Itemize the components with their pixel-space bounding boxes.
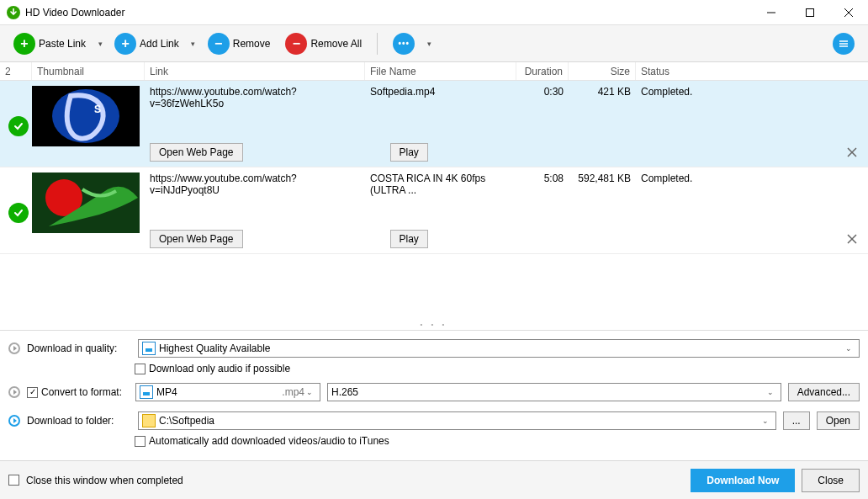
row-size: 421 KB bbox=[569, 86, 636, 109]
open-folder-button[interactable]: Open bbox=[817, 411, 860, 430]
browse-button[interactable]: ... bbox=[783, 411, 810, 430]
thumbnail bbox=[32, 173, 140, 233]
close-when-done-checkbox[interactable] bbox=[8, 475, 19, 486]
chevron-down-icon: ⌄ bbox=[759, 417, 772, 425]
menu-button[interactable] bbox=[828, 30, 860, 57]
audio-only-label: Download only audio if possible bbox=[149, 363, 290, 374]
status-complete-icon bbox=[8, 203, 29, 223]
maximize-button[interactable] bbox=[791, 0, 829, 25]
folder-icon bbox=[142, 414, 156, 427]
format-select[interactable]: MP4 .mp4 ⌄ bbox=[135, 383, 320, 401]
folder-label: Download to folder: bbox=[27, 415, 131, 427]
chevron-down-icon: ⌄ bbox=[303, 388, 316, 396]
convert-label: Convert to format: bbox=[41, 386, 129, 398]
hamburger-icon bbox=[833, 33, 855, 55]
titlebar: HD Video Downloader bbox=[0, 0, 868, 25]
chevron-icon bbox=[8, 386, 20, 398]
app-icon bbox=[7, 6, 20, 19]
audio-only-checkbox[interactable] bbox=[135, 364, 146, 374]
minus-icon: − bbox=[208, 33, 230, 55]
quality-select[interactable]: Highest Quality Available ⌄ bbox=[138, 339, 860, 358]
settings-panel: Download in quality: Highest Quality Ava… bbox=[0, 330, 868, 460]
format-icon bbox=[140, 385, 153, 399]
quality-icon bbox=[142, 342, 156, 355]
auto-itunes-label: Automatically add downloaded videos/audi… bbox=[149, 435, 389, 447]
close-window-button[interactable] bbox=[829, 0, 868, 25]
column-size[interactable]: Size bbox=[569, 62, 636, 80]
codec-value: H.265 bbox=[331, 386, 358, 398]
format-value: MP4 bbox=[156, 386, 177, 398]
close-when-done-label: Close this window when completed bbox=[26, 475, 183, 486]
download-now-button[interactable]: Download Now bbox=[691, 469, 795, 492]
row-link: https://www.youtube.com/watch?v=36fzWehL… bbox=[145, 86, 365, 109]
minus-icon: − bbox=[285, 33, 307, 55]
chevron-down-icon: ⌄ bbox=[842, 344, 855, 353]
chevron-icon bbox=[8, 342, 20, 354]
play-button[interactable]: Play bbox=[390, 230, 428, 248]
plus-icon: + bbox=[114, 33, 136, 55]
codec-select[interactable]: H.265 ⌄ bbox=[327, 383, 781, 401]
minimize-button[interactable] bbox=[752, 0, 791, 25]
add-link-button[interactable]: + Add Link bbox=[109, 30, 184, 57]
close-button[interactable]: Close bbox=[802, 469, 860, 492]
open-web-page-button[interactable]: Open Web Page bbox=[150, 230, 243, 248]
download-row[interactable]: S https://www.youtube.com/watch?v=36fzWe… bbox=[0, 81, 868, 167]
more-actions-dropdown[interactable]: ▾ bbox=[425, 33, 433, 55]
add-link-label: Add Link bbox=[140, 38, 179, 50]
status-complete-icon bbox=[8, 116, 29, 136]
resizer-handle[interactable]: • • • bbox=[0, 254, 868, 330]
paste-link-dropdown[interactable]: ▾ bbox=[96, 33, 104, 55]
column-thumbnail[interactable]: Thumbnail bbox=[32, 62, 145, 80]
chevron-down-icon: ⌄ bbox=[764, 388, 777, 396]
svg-rect-10 bbox=[143, 389, 150, 392]
row-size: 592,481 KB bbox=[569, 173, 636, 196]
folder-select[interactable]: C:\Softpedia ⌄ bbox=[138, 411, 776, 430]
svg-text:S: S bbox=[94, 104, 101, 115]
column-status[interactable]: Status bbox=[636, 62, 777, 80]
format-ext: .mp4 bbox=[282, 386, 304, 398]
row-filename: Softpedia.mp4 bbox=[365, 86, 516, 109]
window-title: HD Video Downloader bbox=[25, 7, 125, 19]
remove-row-button[interactable] bbox=[844, 145, 860, 160]
toolbar: + Paste Link ▾ + Add Link ▾ − Remove − R… bbox=[0, 25, 868, 62]
row-filename: COSTA RICA IN 4K 60fps (ULTRA ... bbox=[365, 173, 516, 196]
row-status: Completed. bbox=[636, 86, 777, 109]
play-button[interactable]: Play bbox=[390, 143, 428, 162]
convert-checkbox[interactable] bbox=[27, 387, 38, 398]
list-header: 2 Thumbnail Link File Name Duration Size… bbox=[0, 62, 868, 81]
toolbar-separator bbox=[377, 33, 378, 55]
svg-rect-1 bbox=[807, 8, 814, 16]
row-link: https://www.youtube.com/watch?v=iNJdPyoq… bbox=[145, 173, 365, 196]
remove-row-button[interactable] bbox=[844, 231, 860, 247]
auto-itunes-checkbox[interactable] bbox=[135, 436, 146, 447]
plus-icon: + bbox=[13, 33, 35, 55]
dots-icon: ••• bbox=[393, 33, 415, 55]
folder-value: C:\Softpedia bbox=[159, 415, 214, 427]
remove-label: Remove bbox=[233, 38, 271, 50]
add-link-dropdown[interactable]: ▾ bbox=[189, 33, 198, 55]
column-count[interactable]: 2 bbox=[0, 62, 32, 80]
more-actions-button[interactable]: ••• bbox=[388, 30, 420, 57]
quality-label: Download in quality: bbox=[27, 342, 131, 354]
download-row[interactable]: https://www.youtube.com/watch?v=iNJdPyoq… bbox=[0, 167, 868, 254]
paste-link-label: Paste Link bbox=[39, 38, 86, 50]
remove-all-button[interactable]: − Remove All bbox=[280, 30, 367, 57]
remove-button[interactable]: − Remove bbox=[203, 30, 276, 57]
footer: Close this window when completed Downloa… bbox=[0, 460, 868, 499]
advanced-button[interactable]: Advanced... bbox=[788, 383, 860, 401]
download-list: S https://www.youtube.com/watch?v=36fzWe… bbox=[0, 81, 868, 254]
paste-link-button[interactable]: + Paste Link bbox=[8, 30, 91, 57]
remove-all-label: Remove All bbox=[310, 38, 362, 50]
column-filename[interactable]: File Name bbox=[365, 62, 516, 80]
chevron-icon bbox=[8, 415, 20, 427]
thumbnail: S bbox=[32, 86, 140, 146]
open-web-page-button[interactable]: Open Web Page bbox=[150, 143, 243, 162]
quality-value: Highest Quality Available bbox=[159, 342, 271, 354]
row-duration: 0:30 bbox=[516, 86, 569, 109]
column-duration[interactable]: Duration bbox=[516, 62, 569, 80]
row-status: Completed. bbox=[636, 173, 777, 196]
column-link[interactable]: Link bbox=[145, 62, 365, 80]
svg-rect-8 bbox=[146, 345, 152, 348]
row-duration: 5:08 bbox=[516, 173, 569, 196]
